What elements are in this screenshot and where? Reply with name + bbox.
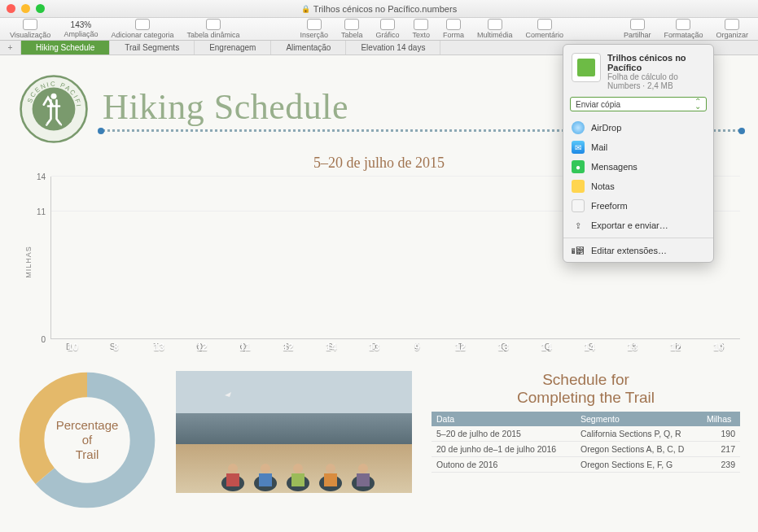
sheet-tab-hiking-schedule[interactable]: Hiking Schedule (21, 41, 110, 55)
percentage-donut-chart[interactable]: Percentage of Trail (18, 371, 156, 512)
text-icon (414, 19, 428, 30)
chart-icon (380, 19, 395, 30)
col-date[interactable]: Data (432, 412, 576, 426)
sheet-tab-trail-segments[interactable]: Trail Segments (110, 41, 195, 55)
toolbar-chart[interactable]: Gráfico (369, 19, 405, 39)
toolbar-comment[interactable]: Comentário (519, 19, 571, 39)
zoom-window-button[interactable] (36, 4, 45, 13)
share-airdrop[interactable]: AirDrop (563, 118, 713, 137)
format-icon (676, 19, 690, 30)
comment-icon (537, 19, 552, 30)
share-messages[interactable]: ● Mensagens (563, 157, 713, 177)
selection-handle[interactable] (738, 128, 745, 134)
svg-point-13 (261, 464, 270, 473)
freeform-icon (572, 199, 585, 212)
y-axis: MILHAS 0 11 14 (18, 177, 50, 339)
toolbar-pivot[interactable]: Tabela dinâmica (180, 19, 246, 39)
document-title: Trilhos cénicos no Pacífico.numbers (313, 4, 457, 14)
document-thumbnail-icon (572, 53, 601, 82)
toolbar-view[interactable]: Visualização (3, 19, 57, 39)
window-titlebar: 🔒 Trilhos cénicos no Pacífico.numbers (0, 0, 758, 18)
mail-icon: ✉ (572, 141, 585, 154)
organize-icon (725, 19, 739, 30)
share-freeform[interactable]: Freeform (563, 196, 713, 216)
selection-handle[interactable] (98, 128, 104, 134)
extensions-icon: �⵵ (572, 244, 585, 257)
table-row[interactable]: Outono de 2016Oregon Sections E, F, G239 (432, 456, 740, 472)
popover-doc-info: Folha de cálculo do Numbers · 2,4 MB (607, 72, 705, 90)
add-sheet-button[interactable]: + (0, 41, 21, 55)
lock-icon: 🔒 (301, 5, 310, 13)
svg-rect-20 (324, 473, 337, 486)
close-window-button[interactable] (7, 4, 15, 13)
svg-rect-17 (226, 473, 239, 486)
share-mail[interactable]: ✉ Mail (563, 137, 713, 157)
share-export-send[interactable]: ⇪ Exportar e enviar… (563, 216, 713, 235)
toolbar-zoom[interactable]: 143% Ampliação (57, 20, 104, 38)
schedule-table[interactable]: Data Segmento Milhas 5–20 de julho de 20… (432, 412, 740, 473)
svg-point-14 (293, 464, 303, 473)
pivot-icon (206, 19, 221, 30)
export-icon: ⇪ (572, 219, 585, 232)
view-icon (23, 19, 37, 30)
svg-point-15 (326, 464, 335, 473)
table-row[interactable]: 5–20 de julho de 2015California Sections… (432, 426, 740, 442)
col-miles[interactable]: Milhas (702, 412, 740, 426)
insert-icon (307, 19, 322, 30)
svg-rect-18 (259, 473, 272, 486)
messages-icon: ● (572, 160, 585, 173)
svg-point-16 (358, 464, 368, 473)
toolbar-format[interactable]: Formatação (657, 19, 709, 39)
toolbar-add-category[interactable]: Adicionar categoria (104, 19, 180, 39)
toolbar-share[interactable]: Partilhar (617, 19, 658, 39)
trails-logo: SCENIC PACIFIC TRAILS (18, 73, 90, 145)
share-edit-extensions[interactable]: �⵵ Editar extensões… (563, 241, 713, 260)
share-notes[interactable]: Notas (563, 177, 713, 196)
category-icon (135, 19, 150, 30)
toolbar-shape[interactable]: Forma (436, 19, 471, 39)
beach-photo[interactable] (176, 371, 412, 493)
schedule-table-block: Schedule for Completing the Trail Data S… (432, 371, 740, 512)
share-popover: Trilhos cénicos no Pacífico Folha de cál… (563, 44, 714, 263)
table-row[interactable]: 20 de junho de–1 de julho 2016Oregon Sec… (432, 441, 740, 456)
sheet-tab-alimentacao[interactable]: Alimentação (271, 41, 346, 55)
schedule-title: Schedule for Completing the Trail (432, 371, 740, 407)
svg-rect-21 (357, 473, 370, 486)
toolbar: Visualização 143% Ampliação Adicionar ca… (0, 18, 758, 41)
media-icon (488, 19, 502, 30)
share-icon (630, 19, 645, 30)
sheet-tab-elevation[interactable]: Elevation 14 days (346, 41, 440, 55)
minimize-window-button[interactable] (21, 4, 30, 13)
svg-rect-19 (291, 473, 305, 486)
table-icon (344, 19, 359, 30)
notes-icon (572, 180, 585, 193)
toolbar-media[interactable]: Multimédia (471, 19, 519, 39)
donut-label: Percentage of Trail (18, 418, 156, 462)
toolbar-text[interactable]: Texto (405, 19, 436, 39)
toolbar-insert[interactable]: Inserção (293, 19, 335, 39)
airdrop-icon (572, 121, 585, 134)
window-controls (7, 4, 45, 13)
chevron-updown-icon: ⌃⌄ (694, 99, 701, 109)
toolbar-table[interactable]: Tabela (335, 19, 370, 39)
send-copy-dropdown[interactable]: Enviar cópia ⌃⌄ (570, 97, 707, 111)
col-segment[interactable]: Segmento (576, 412, 702, 426)
popover-doc-name: Trilhos cénicos no Pacífico (607, 53, 705, 72)
shape-icon (446, 19, 461, 30)
toolbar-organize[interactable]: Organizar (709, 19, 755, 39)
sheet-tab-engrenagem[interactable]: Engrenagem (195, 41, 271, 55)
svg-point-2 (50, 94, 56, 99)
svg-point-12 (228, 464, 238, 473)
